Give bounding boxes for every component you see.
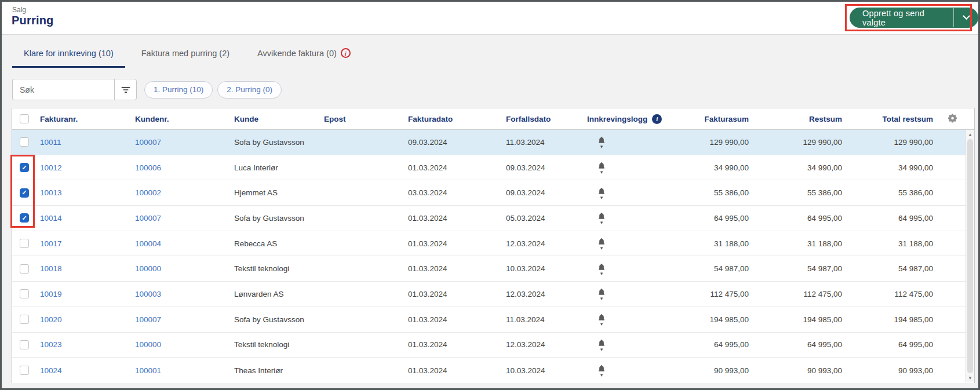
customer-number-link[interactable]: 100003	[135, 290, 161, 298]
col-header-total-restsum[interactable]: Total restsum	[842, 115, 933, 123]
filter-button[interactable]	[114, 79, 137, 100]
fakturadato-cell: 09.03.2024	[408, 138, 506, 147]
collection-log-button[interactable]: ▾	[597, 313, 606, 326]
customer-number-link[interactable]: 100004	[135, 239, 161, 248]
forfallsdato-cell: 09.03.2024	[506, 163, 587, 172]
purring-pill-1[interactable]: 1. Purring (10)	[144, 81, 213, 99]
collection-log-button[interactable]: ▾	[597, 338, 606, 351]
forfallsdato-cell: 12.03.2024	[506, 239, 587, 248]
forfallsdato-cell: 10.03.2024	[506, 366, 587, 375]
restsum-cell: 54 987,00	[749, 264, 842, 273]
fakturasum-cell: 194 985,00	[686, 315, 749, 324]
scroll-up-icon[interactable]: ▲	[966, 130, 974, 138]
collection-log-button[interactable]: ▾	[597, 212, 606, 224]
customer-name-cell: Sofa by Gustavsson	[234, 138, 324, 147]
chevron-down-icon: ▾	[600, 145, 603, 148]
create-send-selected-label[interactable]: Opprett og send valgte	[850, 8, 953, 28]
row-checkbox[interactable]: ✓	[20, 188, 29, 198]
chevron-down-icon: ▾	[600, 272, 603, 275]
collection-log-button[interactable]: ▾	[597, 263, 606, 275]
col-header-restsum[interactable]: Restsum	[749, 115, 842, 123]
customer-number-link[interactable]: 100000	[135, 340, 161, 349]
fakturasum-cell: 64 995,00	[686, 340, 749, 349]
row-checkbox[interactable]	[20, 315, 29, 324]
button-dropdown-toggle[interactable]	[954, 8, 978, 28]
tab-2[interactable]: Faktura med purring (2)	[130, 45, 241, 68]
search-input[interactable]	[12, 79, 114, 100]
col-header-fakturasum[interactable]: Fakturasum	[686, 115, 749, 123]
collection-log-button[interactable]: ▾	[597, 364, 606, 377]
customer-number-link[interactable]: 100007	[135, 214, 161, 223]
col-header-forfallsdato[interactable]: Forfallsdato	[506, 115, 587, 123]
innkrevingslogg-info-icon[interactable]: i	[652, 114, 662, 124]
col-header-kunde[interactable]: Kunde	[234, 115, 324, 123]
chevron-down-icon: ▾	[600, 374, 603, 377]
tab-label: Klare for innkreving (10)	[24, 49, 114, 58]
table-settings-button[interactable]	[948, 113, 958, 123]
filter-toolbar: 1. Purring (10)2. Purring (0)	[12, 79, 282, 100]
row-checkbox[interactable]	[20, 137, 29, 147]
table-row: 10011100007Sofa by Gustavsson09.03.20241…	[12, 130, 974, 155]
invoice-number-link[interactable]: 10019	[40, 290, 62, 298]
table-scrollbar[interactable]: ▲ ▼	[966, 130, 974, 382]
invoice-number-link[interactable]: 10014	[40, 214, 62, 223]
invoice-number-link[interactable]: 10017	[40, 239, 62, 248]
table-row: ✓10012100006Luca Interiør01.03.202409.03…	[12, 155, 974, 181]
invoice-number-link[interactable]: 10013	[40, 188, 62, 197]
invoice-number-link[interactable]: 10012	[40, 163, 62, 172]
total-restsum-cell: 64 995,00	[842, 340, 933, 349]
fakturasum-cell: 54 987,00	[686, 264, 749, 273]
invoice-number-link[interactable]: 10023	[40, 340, 62, 349]
invoice-number-link[interactable]: 10018	[40, 264, 62, 273]
customer-number-link[interactable]: 100002	[135, 188, 161, 197]
restsum-cell: 55 386,00	[749, 188, 842, 197]
table-row: ✓10013100002Hjemmet AS03.03.202409.03.20…	[12, 180, 974, 206]
fakturasum-cell: 31 188,00	[686, 239, 749, 248]
scrollbar-thumb[interactable]	[967, 139, 973, 373]
tab-1[interactable]: Klare for innkreving (10)	[12, 45, 125, 68]
forfallsdato-cell: 12.03.2024	[506, 340, 587, 349]
collection-log-button[interactable]: ▾	[597, 187, 606, 199]
forfallsdato-cell: 11.03.2024	[506, 315, 587, 324]
fakturadato-cell: 01.03.2024	[408, 315, 506, 324]
customer-number-link[interactable]: 100007	[135, 315, 161, 324]
row-checkbox[interactable]	[20, 239, 29, 248]
collection-log-button[interactable]: ▾	[597, 136, 606, 148]
customer-name-cell: Hjemmet AS	[234, 188, 324, 197]
row-checkbox[interactable]: ✓	[20, 213, 29, 223]
col-header-innkrevingslogg[interactable]: Innkrevingslogg	[587, 115, 647, 123]
col-header-epost[interactable]: Epost	[324, 115, 408, 123]
total-restsum-cell: 112 475,00	[842, 290, 933, 298]
collection-log-button[interactable]: ▾	[597, 237, 606, 250]
invoice-number-link[interactable]: 10020	[40, 315, 62, 324]
table-row: 10020100007Sofa by Gustavsson01.03.20241…	[12, 307, 974, 333]
create-send-selected-button[interactable]: Opprett og send valgte	[850, 8, 978, 28]
invoice-number-link[interactable]: 10024	[40, 366, 62, 375]
table-body: 10011100007Sofa by Gustavsson09.03.20241…	[12, 130, 974, 383]
chevron-down-icon: ▾	[600, 348, 603, 351]
restsum-cell: 64 995,00	[749, 340, 842, 349]
row-checkbox[interactable]: ✓	[20, 163, 29, 172]
customer-number-link[interactable]: 100006	[135, 163, 161, 172]
col-header-fakturanr[interactable]: Fakturanr.	[39, 115, 135, 123]
collection-log-button[interactable]: ▾	[597, 161, 606, 174]
customer-number-link[interactable]: 100007	[135, 138, 161, 147]
total-restsum-cell: 34 990,00	[842, 163, 933, 172]
row-checkbox[interactable]	[20, 264, 29, 274]
select-all-checkbox[interactable]	[20, 114, 29, 123]
row-checkbox[interactable]	[20, 289, 29, 298]
col-header-kundenr[interactable]: Kundenr.	[135, 115, 234, 123]
customer-number-link[interactable]: 100000	[135, 264, 161, 273]
customer-number-link[interactable]: 100001	[135, 366, 161, 375]
collection-log-button[interactable]: ▾	[597, 287, 606, 300]
purring-pill-2[interactable]: 2. Purring (0)	[217, 81, 282, 99]
col-header-fakturadato[interactable]: Fakturadato	[408, 115, 506, 123]
row-checkbox[interactable]	[20, 366, 29, 375]
invoice-number-link[interactable]: 10011	[40, 138, 61, 147]
fakturadato-cell: 01.03.2024	[408, 163, 506, 172]
tab-3[interactable]: Avvikende faktura (0)i	[246, 45, 362, 68]
total-restsum-cell: 54 987,00	[842, 264, 933, 273]
customer-name-cell: Sofa by Gustavsson	[234, 214, 324, 223]
row-checkbox[interactable]	[20, 340, 29, 349]
scroll-down-icon[interactable]: ▼	[966, 374, 974, 382]
